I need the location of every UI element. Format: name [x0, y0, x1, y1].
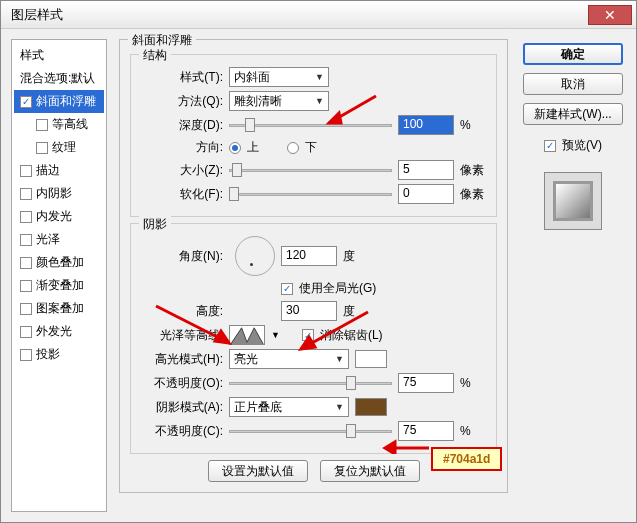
direction-label: 方向: — [141, 139, 223, 156]
depth-field[interactable]: 100 — [398, 115, 454, 135]
unit-label: 像素 — [460, 186, 486, 203]
size-slider[interactable] — [229, 161, 392, 179]
checkbox-icon[interactable] — [20, 234, 32, 246]
right-panel: 确定 取消 新建样式(W)... 预览(V) — [520, 39, 626, 512]
sidebar-item-outerglow[interactable]: 外发光 — [14, 320, 104, 343]
bevel-group: 斜面和浮雕 结构 样式(T): 内斜面▼ 方法(Q): 雕刻清晰▼ — [119, 39, 508, 493]
soften-label: 软化(F): — [141, 186, 223, 203]
chevron-down-icon[interactable]: ▼ — [271, 330, 280, 340]
chevron-down-icon: ▼ — [335, 354, 344, 364]
antialias-checkbox[interactable] — [302, 329, 314, 341]
depth-slider[interactable] — [229, 116, 392, 134]
styles-sidebar: 样式 混合选项:默认 斜面和浮雕 等高线 纹理 描边 内阴影 — [11, 39, 107, 512]
unit-label: 度 — [343, 248, 369, 265]
set-default-button[interactable]: 设置为默认值 — [208, 460, 308, 482]
direction-up-radio[interactable] — [229, 142, 241, 154]
altitude-field[interactable]: 30 — [281, 301, 337, 321]
global-light-checkbox[interactable] — [281, 283, 293, 295]
highlight-opacity-field[interactable]: 75 — [398, 373, 454, 393]
altitude-label: 高度: — [141, 303, 223, 320]
titlebar: 图层样式 ✕ — [1, 1, 636, 29]
close-button[interactable]: ✕ — [588, 5, 632, 25]
checkbox-icon[interactable] — [20, 257, 32, 269]
highlight-mode-label: 高光模式(H): — [141, 351, 223, 368]
sidebar-item-innerglow[interactable]: 内发光 — [14, 205, 104, 228]
gloss-contour-picker[interactable] — [229, 325, 265, 345]
checkbox-icon[interactable] — [36, 119, 48, 131]
checkbox-icon[interactable] — [20, 188, 32, 200]
shadow-mode-label: 阴影模式(A): — [141, 399, 223, 416]
style-label: 样式(T): — [141, 69, 223, 86]
angle-field[interactable]: 120 — [281, 246, 337, 266]
new-style-button[interactable]: 新建样式(W)... — [523, 103, 623, 125]
bevel-preview-icon — [553, 181, 593, 221]
sidebar-item-stroke[interactable]: 描边 — [14, 159, 104, 182]
chevron-down-icon: ▼ — [315, 96, 324, 106]
angle-label: 角度(N): — [141, 248, 223, 265]
soften-field[interactable]: 0 — [398, 184, 454, 204]
sidebar-item-blend[interactable]: 混合选项:默认 — [14, 67, 104, 90]
sidebar-item-bevel[interactable]: 斜面和浮雕 — [14, 90, 104, 113]
checkbox-icon[interactable] — [20, 211, 32, 223]
style-select[interactable]: 内斜面▼ — [229, 67, 329, 87]
sidebar-item-texture[interactable]: 纹理 — [14, 136, 104, 159]
ok-button[interactable]: 确定 — [523, 43, 623, 65]
chevron-down-icon: ▼ — [315, 72, 324, 82]
checkbox-icon[interactable] — [20, 280, 32, 292]
checkbox-icon[interactable] — [20, 96, 32, 108]
unit-label: 度 — [343, 303, 369, 320]
subgroup-title: 阴影 — [139, 216, 171, 233]
depth-label: 深度(D): — [141, 117, 223, 134]
checkbox-icon[interactable] — [20, 326, 32, 338]
highlight-opacity-slider[interactable] — [229, 374, 392, 392]
method-select[interactable]: 雕刻清晰▼ — [229, 91, 329, 111]
checkbox-icon[interactable] — [20, 349, 32, 361]
window-title: 图层样式 — [11, 6, 588, 24]
angle-control[interactable] — [235, 236, 275, 276]
sidebar-item-contour[interactable]: 等高线 — [14, 113, 104, 136]
sidebar-item-patternoverlay[interactable]: 图案叠加 — [14, 297, 104, 320]
shadow-opacity-label: 不透明度(C): — [141, 423, 223, 440]
checkbox-icon[interactable] — [36, 142, 48, 154]
highlight-opacity-label: 不透明度(O): — [141, 375, 223, 392]
soften-slider[interactable] — [229, 185, 392, 203]
sidebar-item-gradientoverlay[interactable]: 渐变叠加 — [14, 274, 104, 297]
reset-default-button[interactable]: 复位为默认值 — [320, 460, 420, 482]
sidebar-item-satin[interactable]: 光泽 — [14, 228, 104, 251]
direction-down-radio[interactable] — [287, 142, 299, 154]
cancel-button[interactable]: 取消 — [523, 73, 623, 95]
highlight-mode-select[interactable]: 亮光▼ — [229, 349, 349, 369]
highlight-color-swatch[interactable] — [355, 350, 387, 368]
sidebar-head[interactable]: 样式 — [14, 44, 104, 67]
preview-thumbnail — [544, 172, 602, 230]
shadow-opacity-slider[interactable] — [229, 422, 392, 440]
shadow-color-swatch[interactable] — [355, 398, 387, 416]
sidebar-item-dropshadow[interactable]: 投影 — [14, 343, 104, 366]
chevron-down-icon: ▼ — [335, 402, 344, 412]
layer-style-dialog: 图层样式 ✕ 样式 混合选项:默认 斜面和浮雕 等高线 纹理 描边 — [0, 0, 637, 523]
shadow-opacity-field[interactable]: 75 — [398, 421, 454, 441]
checkbox-icon[interactable] — [20, 165, 32, 177]
preview-checkbox[interactable] — [544, 140, 556, 152]
structure-subgroup: 结构 样式(T): 内斜面▼ 方法(Q): 雕刻清晰▼ — [130, 54, 497, 217]
shading-subgroup: 阴影 角度(N): 120 度 使用全局光(G) 高度: — [130, 223, 497, 454]
shadow-mode-select[interactable]: 正片叠底▼ — [229, 397, 349, 417]
gloss-contour-label: 光泽等高线: — [141, 327, 223, 344]
unit-label: % — [460, 118, 486, 132]
main-panel: 斜面和浮雕 结构 样式(T): 内斜面▼ 方法(Q): 雕刻清晰▼ — [119, 39, 508, 512]
sidebar-item-innershadow[interactable]: 内阴影 — [14, 182, 104, 205]
checkbox-icon[interactable] — [20, 303, 32, 315]
hex-annotation: #704a1d — [431, 447, 502, 471]
size-field[interactable]: 5 — [398, 160, 454, 180]
subgroup-title: 结构 — [139, 47, 171, 64]
unit-label: % — [460, 376, 486, 390]
unit-label: % — [460, 424, 486, 438]
size-label: 大小(Z): — [141, 162, 223, 179]
sidebar-item-coloroverlay[interactable]: 颜色叠加 — [14, 251, 104, 274]
method-label: 方法(Q): — [141, 93, 223, 110]
unit-label: 像素 — [460, 162, 486, 179]
